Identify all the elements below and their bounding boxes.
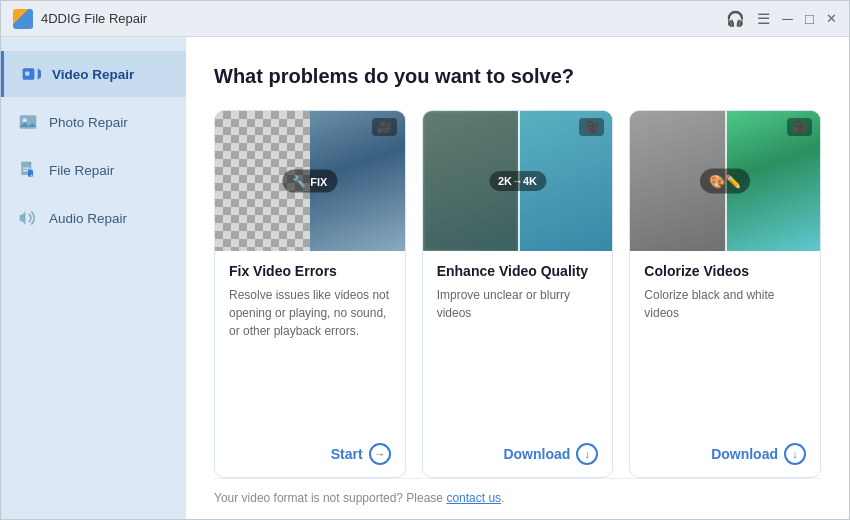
close-icon[interactable]: ✕ [826, 11, 837, 26]
card-fix-desc: Resolve issues like videos not opening o… [229, 286, 391, 433]
colorize-palette-icon: 🎨✏️ [700, 169, 750, 194]
sidebar-label-file: File Repair [49, 163, 114, 178]
audio-repair-icon [17, 207, 39, 229]
sidebar-item-file-repair[interactable]: + File Repair [1, 147, 186, 193]
camera-badge-3: 🎥 [787, 118, 812, 136]
card-colorize: 🎨✏️ 🎥 Colorize Videos Colorize black and… [629, 110, 821, 478]
card-fix-title: Fix Video Errors [229, 263, 391, 279]
camera-badge-2: 🎥 [579, 118, 604, 136]
app-title: 4DDIG File Repair [41, 11, 726, 26]
main-layout: Video Repair Photo Repair [1, 37, 849, 520]
file-repair-icon: + [17, 159, 39, 181]
camera-badge-1: 🎥 [372, 118, 397, 136]
download-button-enhance[interactable]: Download ↓ [503, 443, 598, 465]
video-repair-icon [20, 63, 42, 85]
card-colorize-title: Colorize Videos [644, 263, 806, 279]
svg-rect-7 [23, 168, 30, 169]
footer: Your video format is not supported? Plea… [214, 478, 821, 505]
sidebar: Video Repair Photo Repair [1, 37, 186, 520]
start-label: Start [331, 446, 363, 462]
start-arrow-icon: → [369, 443, 391, 465]
maximize-icon[interactable]: □ [805, 10, 814, 27]
card-fix-action: Start → [229, 443, 391, 465]
svg-text:+: + [30, 172, 33, 178]
card-fix-errors: 🔧 FIX 🎥 Fix Video Errors Resolve issues … [214, 110, 406, 478]
card-fix-image: 🔧 FIX 🎥 [215, 111, 405, 251]
card-enhance-image: 2K→4K 🎥 [423, 111, 613, 251]
sidebar-item-video-repair[interactable]: Video Repair [1, 51, 186, 97]
svg-point-4 [23, 118, 27, 122]
card-fix-body: Fix Video Errors Resolve issues like vid… [215, 251, 405, 477]
fix-label: 🔧 FIX [282, 170, 337, 193]
photo-repair-icon [17, 111, 39, 133]
enhance-label: 2K→4K [489, 171, 546, 191]
cards-container: 🔧 FIX 🎥 Fix Video Errors Resolve issues … [214, 110, 821, 478]
download-arrow-icon-colorize: ↓ [784, 443, 806, 465]
card-colorize-action: Download ↓ [644, 443, 806, 465]
card-colorize-image: 🎨✏️ 🎥 [630, 111, 820, 251]
card-enhance-title: Enhance Video Quality [437, 263, 599, 279]
card-enhance-body: Enhance Video Quality Improve unclear or… [423, 251, 613, 477]
sidebar-item-photo-repair[interactable]: Photo Repair [1, 99, 186, 145]
sidebar-label-video: Video Repair [52, 67, 134, 82]
window-controls: 🎧 ☰ ─ □ ✕ [726, 10, 837, 28]
footer-suffix: . [501, 491, 504, 505]
page-title: What problems do you want to solve? [214, 65, 821, 88]
card-enhance-action: Download ↓ [437, 443, 599, 465]
sidebar-item-audio-repair[interactable]: Audio Repair [1, 195, 186, 241]
card-enhance-desc: Improve unclear or blurry videos [437, 286, 599, 433]
download-label-colorize: Download [711, 446, 778, 462]
minimize-icon[interactable]: ─ [782, 10, 793, 27]
titlebar: 4DDIG File Repair 🎧 ☰ ─ □ ✕ [1, 1, 849, 37]
card-colorize-desc: Colorize black and white videos [644, 286, 806, 433]
sidebar-label-photo: Photo Repair [49, 115, 128, 130]
menu-icon[interactable]: ☰ [757, 10, 770, 28]
svg-marker-1 [38, 68, 41, 80]
headphones-icon[interactable]: 🎧 [726, 10, 745, 28]
wrench-icon: 🔧 [292, 175, 306, 188]
svg-rect-6 [21, 162, 28, 166]
card-enhance-quality: 2K→4K 🎥 Enhance Video Quality Improve un… [422, 110, 614, 478]
contact-us-link[interactable]: contact us [446, 491, 501, 505]
sidebar-label-audio: Audio Repair [49, 211, 127, 226]
start-button[interactable]: Start → [331, 443, 391, 465]
download-button-colorize[interactable]: Download ↓ [711, 443, 806, 465]
card-colorize-body: Colorize Videos Colorize black and white… [630, 251, 820, 477]
download-arrow-icon-enhance: ↓ [576, 443, 598, 465]
svg-rect-2 [25, 72, 29, 76]
svg-rect-8 [23, 170, 28, 171]
app-logo [13, 9, 33, 29]
fix-text: FIX [310, 175, 327, 187]
download-label-enhance: Download [503, 446, 570, 462]
content-area: What problems do you want to solve? 🔧 FI… [186, 37, 849, 520]
footer-text: Your video format is not supported? Plea… [214, 491, 446, 505]
